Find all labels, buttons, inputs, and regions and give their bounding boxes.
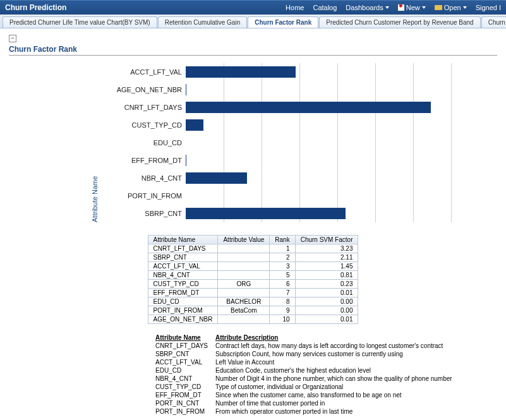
table-row[interactable]: CNRT_LFT_DAYS13.23 <box>148 244 358 253</box>
description-row: CUST_TYP_CDType of customer, individual … <box>155 383 459 390</box>
tab-predicted-churner-ltv[interactable]: Predicted Churner Life Time value Chart(… <box>3 16 157 28</box>
content-area: − Churn Factor Rank Attribute Name ACCT_… <box>0 28 506 420</box>
cell-attr-name: SBRP_CNT <box>148 253 218 261</box>
tab-retention-cumulative-gain[interactable]: Retention Cumulative Gain <box>158 16 248 28</box>
cell-rank: 7 <box>270 288 295 297</box>
chart-row: NBR_4_CNT <box>104 169 497 187</box>
cell-attr-name: EFF_FROM_DT <box>148 288 218 297</box>
cell-factor: 1.45 <box>295 261 358 270</box>
desc-attr-name: ACCT_LFT_VAL <box>155 359 214 366</box>
col-attr-name[interactable]: Attribute Name <box>148 235 218 244</box>
menu-open-label: Open <box>444 4 461 11</box>
menu-catalog[interactable]: Catalog <box>313 4 337 11</box>
cell-attr-name: EDU_CD <box>148 297 218 306</box>
desc-attr-name: CNRT_LFT_DAYS <box>155 342 214 349</box>
cell-factor: 3.23 <box>295 244 358 253</box>
desc-attr-text: Left Value in Account <box>215 359 459 366</box>
chart-category-label: EFF_FROM_DT <box>104 157 186 164</box>
cell-rank: 10 <box>270 315 295 323</box>
cell-factor: 0.23 <box>295 279 358 288</box>
cell-rank: 9 <box>270 306 295 315</box>
cell-factor: 0.00 <box>295 297 358 306</box>
menu-dashboards-label: Dashboards <box>346 4 383 11</box>
bar-chart: Attribute Name ACCT_LFT_VALAGE_ON_NET_NB… <box>91 63 497 222</box>
table-row[interactable]: NBR_4_CNT50.81 <box>148 270 358 279</box>
chart-row: EFF_FROM_DT <box>104 152 497 169</box>
cell-factor: 2.11 <box>295 253 358 261</box>
new-icon <box>398 4 404 11</box>
cell-attr-name: CUST_TYP_CD <box>148 279 218 288</box>
chart-category-label: CNRT_LFT_DAYS <box>104 104 186 111</box>
tab-churn-factor-rank[interactable]: Churn Factor Rank <box>248 16 318 28</box>
cell-factor: 0.01 <box>295 315 358 323</box>
desc-attr-text: Contract left days, how many days is lef… <box>215 342 459 349</box>
menu-home[interactable]: Home <box>286 4 304 11</box>
table-row[interactable]: EFF_FROM_DT70.01 <box>148 288 358 297</box>
description-row: PORT_IN_CNTNumber of time that customer … <box>155 400 459 407</box>
cell-attr-value: ORG <box>218 279 270 288</box>
description-block: Attribute Name Attribute Description CNR… <box>154 333 497 416</box>
desc-attr-text: Number of time that customer ported in <box>215 400 459 407</box>
table-row[interactable]: PORT_IN_FROMBetaCom90.00 <box>148 306 358 315</box>
col-attr-value[interactable]: Attribute Value <box>218 235 270 244</box>
col-churn-svm-factor[interactable]: Churn SVM Factor <box>295 235 358 244</box>
table-row[interactable]: SBRP_CNT22.11 <box>148 253 358 261</box>
description-row: ACCT_LFT_VALLeft Value in Account <box>155 359 459 366</box>
cell-attr-name: PORT_IN_FROM <box>148 306 218 315</box>
description-row: CNRT_LFT_DAYSContract left days, how man… <box>155 342 459 349</box>
chart-row: CUST_TYP_CD <box>104 116 497 134</box>
table-header-row: Attribute Name Attribute Value Rank Chur… <box>148 235 358 244</box>
cell-attr-value <box>218 253 270 261</box>
cell-attr-name: AGE_ON_NET_NBR <box>148 315 218 323</box>
description-row: EFF_FROM_DTSince when the customer came,… <box>155 392 459 399</box>
titlebar: Churn Prediction Home Catalog Dashboards… <box>0 0 506 15</box>
cell-attr-name: NBR_4_CNT <box>148 270 218 279</box>
cell-attr-value <box>218 315 270 323</box>
chart-row: PORT_IN_FROM <box>104 187 497 205</box>
tab-churn-p-truncated[interactable]: Churn P <box>481 16 506 28</box>
chart-bar[interactable] <box>186 102 431 113</box>
desc-attr-text: Subscription Count, how many services cu… <box>215 351 459 357</box>
cell-rank: 5 <box>270 270 295 279</box>
cell-rank: 3 <box>270 261 295 270</box>
menu-new[interactable]: New <box>398 4 426 11</box>
cell-rank: 2 <box>270 253 295 261</box>
col-rank[interactable]: Rank <box>270 235 295 244</box>
table-row[interactable]: CUST_TYP_CDORG60.23 <box>148 279 358 288</box>
chart-bar[interactable] <box>186 66 296 78</box>
desc-attr-name: CUST_TYP_CD <box>155 383 214 390</box>
chart-row: SBRP_CNT <box>104 205 497 222</box>
tab-predicted-churn-revenue-band[interactable]: Predicted Churn Customer Report by Reven… <box>319 16 480 28</box>
desc-attr-name: EFF_FROM_DT <box>155 392 214 399</box>
desc-attr-text: Number of Digit 4 in the phone number, w… <box>215 375 459 382</box>
chart-category-label: PORT_IN_FROM <box>104 192 186 200</box>
desc-attr-name: PORT_IN_CNT <box>155 400 214 407</box>
chart-category-label: AGE_ON_NET_NBR <box>104 86 186 93</box>
table-row[interactable]: EDU_CDBACHELOR80.00 <box>148 297 358 306</box>
desc-header-desc: Attribute Description <box>215 334 459 341</box>
cell-attr-value <box>218 270 270 279</box>
chevron-down-icon <box>385 6 389 9</box>
chart-category-label: CUST_TYP_CD <box>104 121 186 129</box>
chart-bar[interactable] <box>186 172 247 184</box>
chart-category-label: EDU_CD <box>104 139 186 147</box>
desc-attr-name: NBR_4_CNT <box>155 375 214 382</box>
desc-attr-text: From which operator customer ported in l… <box>215 408 459 415</box>
table-row[interactable]: ACCT_LFT_VAL31.45 <box>148 261 358 270</box>
description-row: PORT_IN_FROMFrom which operator customer… <box>155 408 459 415</box>
chart-bar[interactable] <box>186 155 186 166</box>
cell-attr-name: CNRT_LFT_DAYS <box>148 244 218 253</box>
menu-open[interactable]: Open <box>435 4 467 11</box>
chart-bar[interactable] <box>186 119 203 131</box>
cell-factor: 0.81 <box>295 270 358 279</box>
factor-table: Attribute Name Attribute Value Rank Chur… <box>148 235 359 324</box>
menu-dashboards[interactable]: Dashboards <box>346 4 389 11</box>
table-row[interactable]: AGE_ON_NET_NBR100.01 <box>148 315 358 323</box>
tabs-bar: Predicted Churner Life Time value Chart(… <box>0 15 506 28</box>
cell-attr-value <box>218 244 270 253</box>
chart-row: AGE_ON_NET_NBR <box>104 81 497 99</box>
menu-signed-in[interactable]: Signed I <box>476 4 501 11</box>
chart-bar[interactable] <box>186 84 186 95</box>
collapse-toggle[interactable]: − <box>9 35 16 42</box>
chart-bar[interactable] <box>186 208 346 219</box>
